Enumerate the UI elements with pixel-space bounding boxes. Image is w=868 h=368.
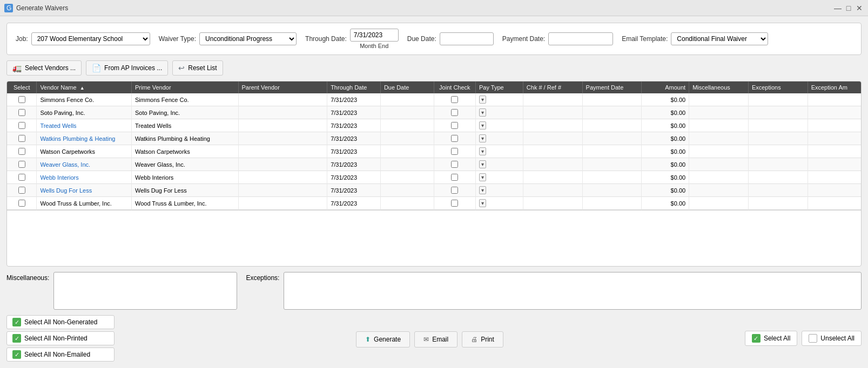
joint-check-cell[interactable] xyxy=(434,132,475,145)
joint-checkbox[interactable] xyxy=(451,122,458,129)
print-button[interactable]: 🖨 Print xyxy=(462,331,503,347)
row-select-cell[interactable] xyxy=(7,119,37,132)
reset-list-button[interactable]: ↩ Reset List xyxy=(172,60,223,76)
pay-type-cell[interactable]: ▾ xyxy=(476,119,523,132)
row-checkbox[interactable] xyxy=(18,122,25,129)
joint-checkbox[interactable] xyxy=(451,200,458,207)
unselect-all-button[interactable]: Unselect All xyxy=(802,331,862,346)
pay-type-dropdown[interactable]: ▾ xyxy=(479,186,486,194)
payment-date-input[interactable] xyxy=(548,32,613,45)
prime-vendor-cell: Simmons Fence Co. xyxy=(131,93,238,106)
row-select-cell[interactable] xyxy=(7,93,37,106)
row-select-cell[interactable] xyxy=(7,132,37,145)
row-checkbox[interactable] xyxy=(18,161,25,168)
col-header-amount[interactable]: Amount xyxy=(642,81,689,93)
close-button[interactable]: ✕ xyxy=(855,4,864,12)
joint-check-cell[interactable] xyxy=(434,145,475,158)
job-select[interactable]: 207 Wood Elementary School xyxy=(31,32,150,45)
joint-checkbox[interactable] xyxy=(451,109,458,116)
row-checkbox[interactable] xyxy=(18,135,25,142)
select-all-non-generated-button[interactable]: ✓ Select All Non-Generated xyxy=(6,315,115,329)
row-select-cell[interactable] xyxy=(7,184,37,197)
joint-check-cell[interactable] xyxy=(434,106,475,119)
through-date-input[interactable] xyxy=(350,29,399,42)
row-select-cell[interactable] xyxy=(7,145,37,158)
col-header-exception-amt[interactable]: Exception Am xyxy=(808,81,861,93)
pay-type-dropdown[interactable]: ▾ xyxy=(479,121,486,130)
maximize-button[interactable]: □ xyxy=(844,4,853,12)
row-checkbox[interactable] xyxy=(18,200,25,207)
row-checkbox[interactable] xyxy=(18,174,25,181)
col-header-pay[interactable]: Pay Type xyxy=(476,81,523,93)
table-row: Wood Truss & Lumber, Inc. Wood Truss & L… xyxy=(7,197,861,210)
pay-type-dropdown[interactable]: ▾ xyxy=(479,96,486,104)
vendor-name-cell: Weaver Glass, Inc. xyxy=(37,158,132,171)
pay-type-cell[interactable]: ▾ xyxy=(476,145,523,158)
horizontal-scrollbar[interactable] xyxy=(7,210,861,214)
col-header-misc[interactable]: Miscellaneous xyxy=(689,81,749,93)
select-all-button[interactable]: ✓ Select All xyxy=(745,331,797,346)
row-select-cell[interactable] xyxy=(7,158,37,171)
parent-vendor-cell xyxy=(238,158,327,171)
pay-type-cell[interactable]: ▾ xyxy=(476,106,523,119)
pay-type-cell[interactable]: ▾ xyxy=(476,184,523,197)
col-header-payment[interactable]: Payment Date xyxy=(582,81,642,93)
amount-cell: $0.00 xyxy=(642,132,689,145)
row-checkbox[interactable] xyxy=(18,187,25,194)
joint-checkbox[interactable] xyxy=(451,161,458,168)
joint-check-cell[interactable] xyxy=(434,93,475,106)
joint-checkbox[interactable] xyxy=(451,148,458,155)
due-date-cell xyxy=(380,184,434,197)
col-header-parent[interactable]: Parent Vendor xyxy=(238,81,327,93)
generate-button[interactable]: ⬆ Generate xyxy=(356,331,410,347)
select-all-non-emailed-button[interactable]: ✓ Select All Non-Emailed xyxy=(6,347,115,362)
row-select-cell[interactable] xyxy=(7,197,37,210)
pay-type-dropdown[interactable]: ▾ xyxy=(479,160,486,168)
joint-checkbox[interactable] xyxy=(451,135,458,142)
row-checkbox[interactable] xyxy=(18,96,25,103)
pay-type-dropdown[interactable]: ▾ xyxy=(479,147,486,155)
amount-cell: $0.00 xyxy=(642,106,689,119)
row-checkbox[interactable] xyxy=(18,148,25,155)
joint-check-cell[interactable] xyxy=(434,171,475,184)
exceptions-textarea[interactable] xyxy=(284,272,862,310)
col-header-prime[interactable]: Prime Vendor xyxy=(131,81,238,93)
prime-vendor-cell: Wells Dug For Less xyxy=(131,184,238,197)
col-header-vendor[interactable]: Vendor Name ▲ xyxy=(37,81,132,93)
from-ap-invoices-button[interactable]: 📄 From AP Invoices ... xyxy=(86,60,168,76)
joint-check-cell[interactable] xyxy=(434,184,475,197)
col-header-joint[interactable]: Joint Check xyxy=(434,81,475,93)
select-vendors-button[interactable]: 🚛 Select Vendors ... xyxy=(6,60,82,76)
joint-check-cell[interactable] xyxy=(434,197,475,210)
email-button[interactable]: ✉ Email xyxy=(414,331,457,347)
joint-checkbox[interactable] xyxy=(451,96,458,103)
minimize-button[interactable]: — xyxy=(833,4,842,12)
due-date-input[interactable] xyxy=(440,32,494,45)
row-select-cell[interactable] xyxy=(7,171,37,184)
row-checkbox[interactable] xyxy=(18,109,25,116)
pay-type-cell[interactable]: ▾ xyxy=(476,93,523,106)
pay-type-dropdown[interactable]: ▾ xyxy=(479,199,486,207)
waiver-type-select[interactable]: Unconditional Progress xyxy=(199,32,297,45)
pay-type-dropdown[interactable]: ▾ xyxy=(479,108,486,117)
pay-type-cell[interactable]: ▾ xyxy=(476,158,523,171)
select-all-non-printed-button[interactable]: ✓ Select All Non-Printed xyxy=(6,331,115,345)
row-select-cell[interactable] xyxy=(7,106,37,119)
joint-check-cell[interactable] xyxy=(434,119,475,132)
joint-checkbox[interactable] xyxy=(451,187,458,194)
col-header-due[interactable]: Due Date xyxy=(380,81,434,93)
pay-type-dropdown[interactable]: ▾ xyxy=(479,173,486,181)
pay-type-cell[interactable]: ▾ xyxy=(476,197,523,210)
email-template-field-group: Email Template: Conditional Final Waiver xyxy=(622,32,768,45)
joint-checkbox[interactable] xyxy=(451,174,458,181)
pay-type-cell[interactable]: ▾ xyxy=(476,132,523,145)
payment-date-cell xyxy=(582,106,642,119)
col-header-exceptions[interactable]: Exceptions xyxy=(748,81,808,93)
pay-type-cell[interactable]: ▾ xyxy=(476,171,523,184)
col-header-chk[interactable]: Chk # / Ref # xyxy=(523,81,582,93)
email-template-select[interactable]: Conditional Final Waiver xyxy=(671,32,768,45)
col-header-through[interactable]: Through Date xyxy=(327,81,381,93)
miscellaneous-textarea[interactable] xyxy=(53,272,237,310)
pay-type-dropdown[interactable]: ▾ xyxy=(479,134,486,142)
joint-check-cell[interactable] xyxy=(434,158,475,171)
